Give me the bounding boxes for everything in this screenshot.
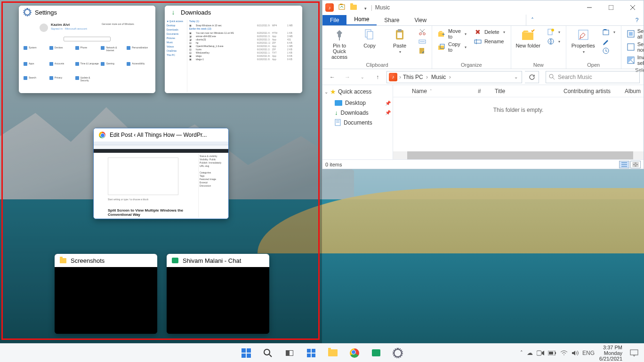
horizontal-scrollbar[interactable] — [393, 151, 644, 159]
snap-window-chat[interactable]: Shivam Malani - Chat — [167, 254, 269, 334]
minimize-button[interactable] — [579, 0, 600, 15]
meet-now-icon[interactable] — [537, 350, 544, 356]
invert-selection-button[interactable]: Invert selection — [625, 54, 644, 66]
paste-shortcut-button[interactable] — [417, 47, 428, 55]
view-large-icons-button[interactable] — [630, 161, 641, 168]
snap-window-chrome[interactable]: Edit Post ‹ All Things How — WordPr... S… — [93, 128, 229, 219]
snap-window-downloads[interactable]: ↓ Downloads ★ Quick accessDesktopDownloa… — [165, 6, 302, 93]
search-box[interactable]: Search Music — [546, 71, 640, 83]
svg-rect-55 — [555, 352, 556, 354]
cut-button[interactable] — [417, 28, 428, 36]
taskbar-clock[interactable]: 3:37 PM Monday 6/21/2021 — [599, 345, 622, 362]
address-bar[interactable]: ♪ › This PC Music ⌄ — [386, 71, 522, 83]
snap-window-settings[interactable]: Settings Kazim Alvi Signed in · Microsof… — [19, 6, 155, 93]
easy-access-button[interactable]: ▾ — [545, 37, 562, 46]
col-name[interactable]: Name — [412, 88, 427, 94]
settings-user-name: Kazim Alvi — [51, 23, 70, 27]
select-all-button[interactable]: Select all — [625, 28, 644, 40]
chat-icon — [171, 257, 179, 264]
chrome-article-title: Split Screen to View Multiple Windows th… — [108, 208, 188, 217]
svg-rect-2 — [609, 5, 613, 10]
properties-button[interactable]: Properties▾ — [570, 28, 596, 55]
new-item-button[interactable]: ▾ — [545, 28, 562, 36]
refresh-button[interactable] — [525, 71, 539, 83]
tree-item-documents[interactable]: Documents — [324, 118, 391, 127]
onedrive-icon[interactable]: ☁ — [527, 349, 533, 356]
snap-window-title: Settings — [35, 9, 57, 16]
qat-new-folder-button[interactable] — [348, 2, 359, 13]
start-button[interactable] — [237, 344, 256, 362]
music-folder-icon: ♪ — [325, 3, 334, 12]
tab-file[interactable]: File — [322, 15, 346, 25]
address-dropdown[interactable]: ⌄ — [512, 74, 520, 79]
breadcrumb-this-pc[interactable]: This PC — [403, 74, 429, 80]
taskbar-file-explorer[interactable] — [323, 344, 342, 362]
tree-item-downloads[interactable]: ↓Downloads📌 — [324, 108, 391, 118]
svg-line-13 — [421, 29, 425, 33]
open-button[interactable]: ▾ — [600, 28, 617, 36]
tray-overflow-icon[interactable]: ˄ — [520, 350, 523, 356]
column-headers[interactable]: Name˄ # Title Contributing artists Album — [393, 85, 644, 97]
svg-rect-29 — [603, 30, 609, 35]
nav-up-button[interactable]: ↑ — [371, 71, 384, 83]
view-details-button[interactable] — [619, 161, 629, 168]
pin-icon — [332, 28, 346, 42]
music-folder-icon: ♪ — [389, 73, 397, 81]
copy-path-button[interactable] — [417, 37, 428, 46]
edit-button[interactable] — [600, 37, 617, 46]
open-icon — [602, 28, 610, 36]
nav-recent-button[interactable]: ⌄ — [356, 71, 369, 83]
downloads-icon: ↓ — [169, 8, 177, 16]
paste-button[interactable]: Paste▾ — [386, 28, 413, 55]
nav-back-button[interactable]: ← — [326, 71, 338, 83]
settings-icon — [24, 8, 31, 16]
tree-item-desktop[interactable]: Desktop📌 — [324, 98, 391, 108]
select-none-button[interactable]: Select none — [625, 41, 644, 53]
col-number[interactable]: # — [473, 88, 490, 94]
group-label-new: New — [515, 61, 562, 68]
action-center-button[interactable] — [627, 349, 641, 357]
taskbar: ˄ ☁ ENG 3:37 PM Monday 6/21/2021 — [0, 343, 644, 362]
taskbar-settings[interactable] — [388, 344, 407, 362]
language-indicator[interactable]: ENG — [582, 350, 595, 356]
copy-to-button[interactable]: Copy to▾ — [436, 41, 468, 53]
select-none-icon — [627, 43, 635, 51]
svg-rect-49 — [307, 349, 311, 353]
wifi-icon[interactable] — [560, 350, 568, 356]
history-button[interactable] — [600, 47, 617, 55]
rename-button[interactable]: Rename — [472, 37, 507, 46]
widgets-button[interactable] — [302, 344, 321, 362]
taskbar-chrome[interactable] — [345, 344, 364, 362]
qat-customize-button[interactable]: ▾ — [361, 3, 371, 14]
taskbar-chat[interactable] — [367, 344, 386, 362]
group-label-organize: Organize — [436, 61, 507, 68]
breadcrumb-music[interactable]: Music — [431, 74, 452, 80]
ribbon-collapse-button[interactable]: ˄ — [526, 15, 539, 25]
tab-view[interactable]: View — [407, 15, 434, 25]
pin-to-quick-access-button[interactable]: Pin to Quick access — [326, 28, 353, 60]
maximize-button[interactable] — [600, 0, 622, 15]
task-view-button[interactable] — [280, 344, 299, 362]
move-to-button[interactable]: Move to▾ — [436, 28, 468, 40]
taskbar-search-button[interactable] — [258, 344, 277, 362]
col-artists[interactable]: Contributing artists — [559, 88, 620, 94]
close-button[interactable] — [622, 0, 644, 15]
delete-button[interactable]: ✖Delete▾ — [472, 28, 507, 36]
tree-quick-access[interactable]: ⌄ ★ Quick access — [324, 88, 391, 95]
qat-properties-button[interactable] — [337, 1, 347, 12]
snap-window-screenshots[interactable]: Screenshots — [55, 254, 157, 334]
ribbon-help-button[interactable]: ? — [630, 15, 644, 25]
svg-point-47 — [264, 349, 270, 355]
nav-forward-button[interactable]: → — [341, 71, 354, 83]
new-folder-button[interactable]: New folder — [515, 28, 541, 48]
copy-button[interactable]: Copy — [356, 28, 383, 48]
tab-share[interactable]: Share — [377, 15, 407, 25]
system-tray[interactable]: ˄ ☁ ENG — [520, 349, 595, 356]
nav-tree[interactable]: ⌄ ★ Quick access Desktop📌 ↓Downloads📌 Do… — [322, 85, 393, 159]
battery-icon[interactable] — [548, 351, 556, 355]
volume-icon[interactable] — [572, 350, 579, 356]
col-title[interactable]: Title — [490, 88, 559, 94]
col-album[interactable]: Album — [620, 88, 644, 94]
svg-rect-33 — [628, 44, 634, 50]
tab-home[interactable]: Home — [346, 14, 377, 25]
